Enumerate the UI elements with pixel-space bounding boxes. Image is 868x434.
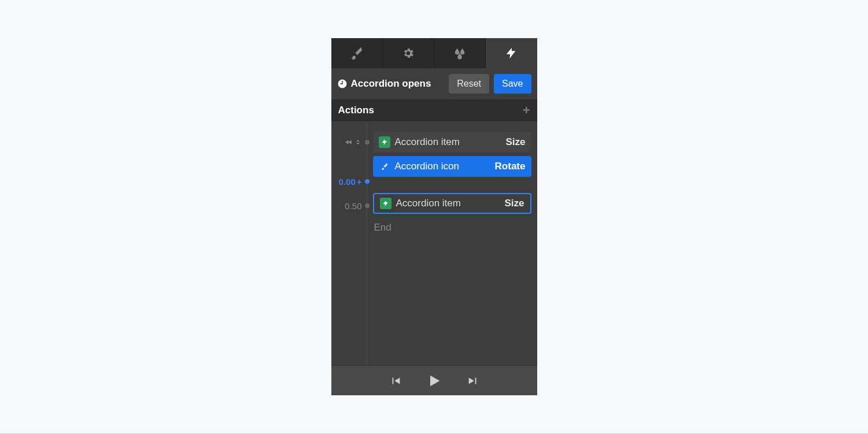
action-item[interactable]: Accordion item Size (373, 132, 531, 153)
plus-icon: + (357, 177, 362, 187)
time-label: 0.00 (339, 177, 356, 187)
next-icon (467, 374, 479, 387)
bolt-badge (380, 198, 391, 209)
brush-icon (350, 47, 363, 60)
action-property: Rotate (495, 161, 526, 172)
play-button[interactable] (426, 373, 442, 389)
actions-label: Actions (338, 105, 374, 116)
clock-icon (337, 79, 348, 89)
timeline-current-mark[interactable]: 0.00 + (331, 171, 367, 192)
gear-icon (402, 47, 415, 60)
action-target: Accordion item (395, 136, 501, 148)
add-action-button[interactable]: + (523, 104, 530, 117)
gutter-spacer (331, 153, 367, 171)
interactions-panel: Accordion opens Reset Save Actions + 0.0… (331, 38, 537, 395)
animation-title: Accordion opens (337, 78, 445, 90)
action-item[interactable]: Accordion icon Rotate (373, 156, 531, 177)
animation-title-bar: Accordion opens Reset Save (331, 68, 537, 99)
time-label: 0.50 (345, 201, 361, 211)
animation-name: Accordion opens (351, 78, 431, 90)
bolt-icon (505, 47, 518, 60)
tab-settings[interactable] (383, 38, 434, 68)
action-target: Accordion item (396, 198, 500, 209)
brush-badge (379, 161, 390, 172)
step-back-button[interactable] (389, 374, 402, 387)
timeline-start-mark[interactable] (331, 132, 367, 153)
rewind-icon (345, 138, 353, 146)
sort-icon (354, 138, 362, 146)
tab-effects[interactable] (434, 38, 486, 68)
timeline-items: Accordion item Size Accordion icon Rotat… (367, 121, 537, 365)
prev-icon (389, 374, 402, 387)
step-forward-button[interactable] (467, 374, 479, 387)
playback-controls (331, 365, 537, 395)
timeline-end-label: End (373, 217, 531, 238)
action-item[interactable]: Accordion item Size (373, 193, 531, 214)
save-button[interactable]: Save (494, 74, 531, 94)
timeline-dot (365, 179, 370, 184)
timeline-gutter: 0.00 + 0.50 (331, 121, 367, 365)
timeline-dot (365, 203, 370, 208)
action-target: Accordion icon (395, 161, 490, 172)
actions-section-header: Actions + (331, 99, 537, 121)
play-icon (426, 373, 442, 389)
droplets-icon (453, 47, 466, 60)
action-property: Size (505, 136, 525, 148)
reset-button[interactable]: Reset (449, 74, 489, 94)
tab-brush[interactable] (331, 38, 383, 68)
panel-tabs (331, 38, 537, 68)
tab-interactions[interactable] (486, 38, 537, 68)
timeline-dot (365, 140, 370, 144)
action-property: Size (504, 198, 524, 209)
bolt-badge (379, 136, 390, 148)
timeline: 0.00 + 0.50 Accordion item Size Accordio… (331, 121, 537, 365)
timeline-end-mark[interactable]: 0.50 (331, 195, 367, 216)
